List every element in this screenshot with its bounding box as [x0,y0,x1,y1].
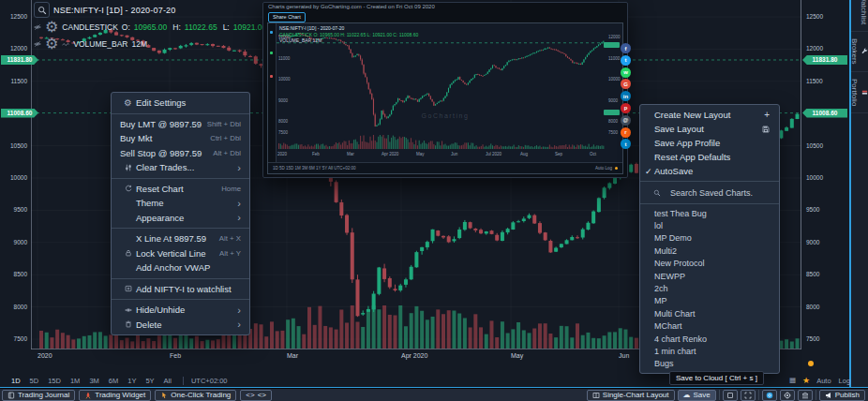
one-click-trading-button[interactable]: One-Click Trading [155,390,236,401]
saved-chart-item[interactable]: New Protocol [640,258,779,270]
preview-month-label: Sep [555,152,562,156]
saved-chart-item[interactable]: Bugs [640,358,779,370]
side-tab-brokers[interactable]: Brokers [851,32,868,72]
context-menu-item[interactable]: Add Anchor VWAP [112,260,249,275]
floppy-icon [762,126,770,133]
side-tab-label: Watchlist [860,0,868,24]
saved-chart-item[interactable]: 1 min chart [640,345,779,357]
volume-settings-icon[interactable]: ⚙ [45,37,58,52]
target-button[interactable] [780,390,795,401]
context-menu-item[interactable]: ⚙Edit Settings [112,96,249,111]
preview-month-label: Oct [590,152,596,156]
square-button[interactable] [723,390,738,401]
context-menu-item[interactable]: Delete› [112,318,249,333]
email-share-icon[interactable]: @ [621,115,631,126]
timeframe-button[interactable]: 3M [89,377,98,385]
context-menu-item[interactable]: Buy LMT @ 9897.59Shift + Dbl [112,117,249,132]
share-chart-button[interactable]: Share Chart [268,12,306,22]
context-menu-item[interactable]: Buy MktCtrl + Dbl [112,131,249,146]
camera-button[interactable] [762,390,777,401]
timeframe-button[interactable]: 1M [70,377,80,385]
twitter-share-icon[interactable]: t [621,55,631,66]
side-tab-watchlist[interactable]: Watchlist [851,0,868,32]
saved-chart-item[interactable]: MChart [640,320,779,333]
log-scale-button[interactable]: Log [839,377,851,385]
timeframe-button[interactable]: All [164,377,172,385]
timeframe-button[interactable]: 1Y [127,377,136,385]
googleplus-share-icon[interactable]: G [621,79,631,89]
fullscreen-button[interactable] [741,390,756,401]
context-menu-item[interactable]: Theme› [112,196,249,211]
preview-month-label: Jun [451,152,457,156]
--button[interactable]: <><> [240,390,272,401]
layout-menu-item[interactable]: Save Layout [640,122,779,136]
menu-item-shortcut: Alt + X [219,234,241,243]
month-label: Feb [170,352,181,359]
indicator-settings-icon[interactable]: ⚙ [45,20,58,35]
saved-chart-item[interactable]: 4 chart Renko [640,333,779,345]
context-menu-item[interactable]: Reset ChartHome [112,182,249,197]
publish-button[interactable]: Publish [819,390,865,401]
context-menu-item[interactable]: X Line At 9897.59Alt + X [112,231,249,246]
open-label: O: [122,22,130,32]
hide-volume-icon[interactable] [34,40,41,48]
pinterest-share-icon[interactable]: p [621,103,631,113]
layout-menu-item[interactable]: Create New Layout+ [640,108,779,122]
trading-widget-button[interactable]: Trading Widget [79,390,151,401]
facebook-share-icon[interactable]: f [621,43,631,53]
layout-menu-item[interactable]: ✓AutoSave [640,164,779,178]
bank-button[interactable] [798,390,813,401]
saved-chart-item[interactable]: MP [640,295,779,307]
favorite-star-icon[interactable]: ★ [802,376,810,385]
layout-menu-item[interactable]: Save App Profile [640,136,779,150]
timeframe-button[interactable]: 1D [11,377,21,385]
save-button[interactable]: ☁Save [678,390,716,401]
reddit-share-icon[interactable]: r [621,127,631,138]
price-tick-label: 10500 [806,142,823,149]
context-menu-item[interactable]: Lock Vertical LineAlt + Y [112,246,249,261]
context-menu-item[interactable]: Clear Trades...› [112,160,249,175]
timezone-label[interactable]: UTC+02:00 [191,377,228,385]
target-icon [784,392,791,399]
single-chart-layout-button[interactable]: Single-Chart Layout [587,390,675,401]
context-menu-item[interactable]: Add NIFTY-I to watchlist [112,282,249,297]
price-tick-label: 9500 [806,206,819,213]
toolbar-divider [183,377,184,385]
preview-month-label: Feb [312,152,320,156]
context-menu-item[interactable]: Appearance› [112,211,249,226]
timeframe-button[interactable]: 5Y [145,377,154,385]
saved-chart-item[interactable]: Multi2 [640,245,779,257]
grid-settings-icon[interactable]: ▦ [789,377,796,384]
price-tick-label: 7500 [0,335,27,342]
zoom-search-button[interactable] [34,2,50,18]
context-menu-item[interactable]: Sell Stop @ 9897.59Alt + Dbl [112,146,249,161]
menu-separator [112,299,249,300]
side-tab-portfolio[interactable]: Portfolio [851,72,868,113]
linkedin-share-icon[interactable]: in [621,91,631,101]
saved-chart-item[interactable]: Multi Chart [640,307,779,319]
timeframe-button[interactable]: 15D [48,377,61,385]
layout-menu-item[interactable]: Reset App Defaults [640,150,779,164]
side-tab-label: Brokers [850,38,859,65]
context-menu-item[interactable]: Hide/Unhide› [112,303,249,318]
saved-chart-item[interactable]: NEWPP [640,270,779,282]
timeframe-button[interactable]: 5D [30,377,39,385]
eye-icon [120,306,136,314]
auto-scale-button[interactable]: Auto [816,377,831,385]
trading-journal-button[interactable]: Trading Journal [2,390,75,401]
saved-chart-item[interactable]: lol [640,219,779,231]
whatsapp-share-icon[interactable]: w [621,67,631,78]
menu-item-label: Create New Layout [654,110,764,120]
gear-icon: ⚙ [120,98,136,108]
search-saved-charts-input[interactable] [668,187,775,199]
telegram-share-icon[interactable]: t [621,139,631,149]
saved-charts-search[interactable] [640,185,779,200]
menu-separator [640,181,779,182]
timeframe-button[interactable]: 6M [109,377,118,385]
hide-indicator-icon[interactable] [34,23,41,31]
toolbar-divider [719,390,720,400]
saved-chart-item[interactable]: MP Demo [640,232,779,245]
button-label: Trading Journal [18,391,69,399]
saved-chart-item[interactable]: 2ch [640,282,779,294]
saved-chart-item[interactable]: test Thea Bug [640,207,779,219]
